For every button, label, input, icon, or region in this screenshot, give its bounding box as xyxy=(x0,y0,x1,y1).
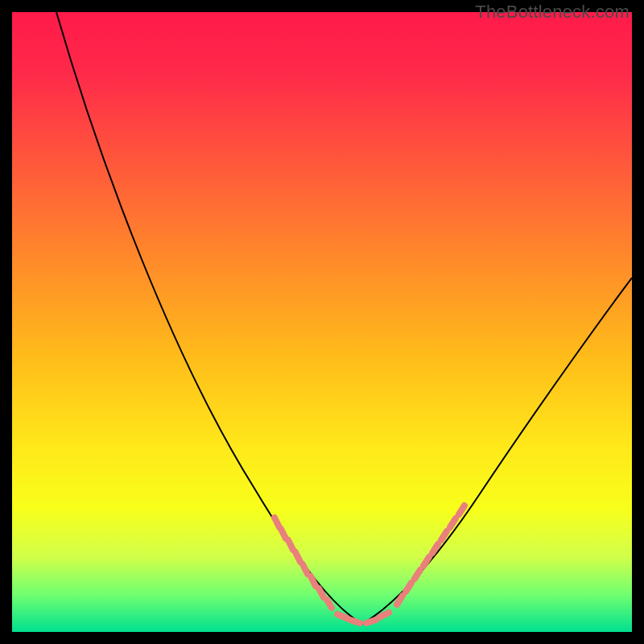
bottleneck-curve xyxy=(12,12,632,632)
left-tick-cluster xyxy=(275,518,332,608)
svg-line-10 xyxy=(366,620,376,623)
svg-line-4 xyxy=(303,564,308,574)
svg-line-19 xyxy=(459,506,464,514)
svg-line-13 xyxy=(406,583,411,592)
curve-path xyxy=(56,12,632,624)
svg-line-8 xyxy=(337,614,347,618)
svg-line-3 xyxy=(295,552,300,562)
bottom-tick-cluster xyxy=(337,613,389,623)
svg-line-5 xyxy=(311,576,316,586)
svg-line-2 xyxy=(288,540,293,550)
svg-line-6 xyxy=(319,588,324,597)
svg-line-11 xyxy=(379,613,389,617)
svg-line-17 xyxy=(441,531,447,540)
svg-line-18 xyxy=(450,518,456,527)
svg-line-0 xyxy=(275,518,279,527)
watermark: TheBottleneck.com xyxy=(475,2,630,23)
svg-line-9 xyxy=(350,620,360,623)
right-tick-cluster xyxy=(397,506,464,605)
plot-area xyxy=(12,12,632,632)
chart-frame: TheBottleneck.com xyxy=(0,0,644,644)
svg-line-14 xyxy=(415,570,420,579)
svg-line-1 xyxy=(281,529,286,539)
svg-line-7 xyxy=(327,600,332,608)
